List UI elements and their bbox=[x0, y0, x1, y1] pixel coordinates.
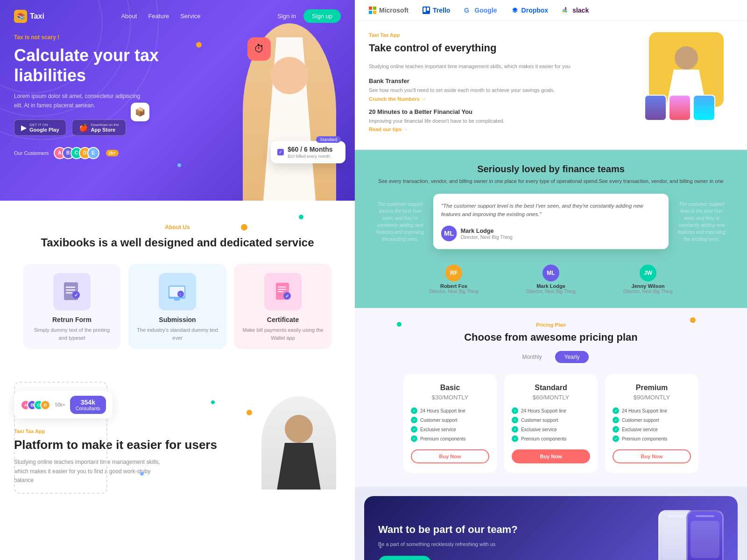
check-icon: ✓ bbox=[512, 407, 518, 414]
google-label: Google bbox=[474, 7, 497, 14]
check-icon: ✓ bbox=[613, 407, 619, 414]
box-icon: 📦 bbox=[131, 103, 149, 121]
svg-rect-2 bbox=[66, 289, 75, 291]
control-item-bank-desc: See how much you'll need to set aside ea… bbox=[369, 86, 640, 94]
check-icon: ✓ bbox=[411, 417, 417, 423]
decor-dot bbox=[299, 215, 303, 219]
feature-card-retrun: ✓ Retrun Form Simply dummy text of the p… bbox=[23, 264, 121, 349]
author-mark: ML Mark Lodge Director, Next Big Thing bbox=[526, 265, 575, 294]
testimonials-grid: The customer support level is the best I… bbox=[369, 195, 733, 248]
feature-2: ✓ Exclusive service bbox=[512, 426, 590, 433]
check-icon: ✓ bbox=[411, 426, 417, 433]
author-role-robert: Director, Next Big Thing bbox=[429, 289, 478, 294]
decor-dot bbox=[140, 472, 144, 476]
feature-desc-0: Simply dummy text of the printing and ty… bbox=[30, 326, 113, 342]
feature-text: Customer support bbox=[622, 418, 659, 423]
signup-button[interactable]: Sign up bbox=[303, 9, 341, 23]
hero-content: Tax is not scary ! Calculate your tax li… bbox=[14, 34, 341, 159]
svg-rect-13 bbox=[278, 289, 286, 290]
customer-avatars: A B C D E bbox=[54, 147, 99, 159]
price-main: $60 / 6 Months bbox=[288, 146, 332, 153]
control-tag: Taxi Tax App bbox=[369, 32, 640, 38]
nav-about[interactable]: About bbox=[121, 13, 137, 20]
check-icon: ✓ bbox=[512, 435, 518, 442]
dropbox-label: Dropbox bbox=[521, 7, 549, 14]
svg-rect-30 bbox=[566, 9, 568, 11]
svg-rect-29 bbox=[563, 9, 566, 11]
logo: 📚 Taxi bbox=[14, 10, 44, 23]
svg-rect-23 bbox=[427, 7, 429, 11]
author-avatar-jenny: JW bbox=[640, 265, 656, 281]
svg-rect-14 bbox=[278, 291, 283, 292]
pricing-card-standard: Standard $60/MONTLY ✓ 24 Hours Support l… bbox=[504, 374, 598, 473]
ghost-quote-right: The customer support level is the best I… bbox=[670, 196, 733, 247]
check-icon: ✓ bbox=[411, 435, 417, 442]
feature-card-certificate: ✓ Certificate Make bill payments easily … bbox=[234, 264, 332, 349]
author-name-mark: Mark Lodge bbox=[526, 283, 575, 289]
features-grid: ✓ Retrun Form Simply dummy text of the p… bbox=[14, 264, 341, 349]
author-role-mark: Director, Next Big Thing bbox=[526, 289, 575, 294]
feature-name-1: Submission bbox=[136, 316, 219, 323]
feature-text: Customer support bbox=[521, 418, 558, 423]
plan-price-standard: $60/MONTLY bbox=[512, 394, 590, 401]
control-item-financial: 20 Minutes to a Better Financial You Imp… bbox=[369, 108, 640, 133]
consultant-number: 354k bbox=[76, 399, 100, 406]
navigation: 📚 Taxi About Feature Service Sign in Sig… bbox=[14, 9, 341, 23]
feature-text: Premium components bbox=[420, 436, 465, 441]
brand-slack: slack bbox=[562, 7, 589, 14]
svg-text:✓: ✓ bbox=[285, 294, 289, 299]
check-icon: ✓ bbox=[613, 417, 619, 423]
buy-btn-standard[interactable]: Buy Now bbox=[512, 449, 590, 463]
control-link-1[interactable]: Crunch the Numbers → bbox=[369, 96, 640, 102]
author-avatar-mark: ML bbox=[543, 265, 559, 281]
author-name-1: Mark Lodge bbox=[461, 227, 513, 234]
feature-text: Premium components bbox=[622, 436, 667, 441]
testimonial-card-main: "The customer support level is the best … bbox=[433, 194, 668, 249]
author-robert: RF Robert Fox Director, Next Big Thing bbox=[429, 265, 478, 294]
buy-btn-basic[interactable]: Buy Now bbox=[411, 449, 489, 463]
feature-text: Customer support bbox=[420, 418, 457, 423]
nav-links: About Feature Service bbox=[121, 13, 200, 20]
feature-1: ✓ Customer support bbox=[613, 417, 691, 423]
bottom-section: A B C D 50k+ 354k Consultants Taxi Tax A… bbox=[0, 382, 355, 499]
nav-feature[interactable]: Feature bbox=[148, 13, 169, 20]
buy-btn-premium[interactable]: Buy Now bbox=[613, 449, 691, 463]
svg-rect-32 bbox=[562, 11, 565, 12]
trello-label: Trello bbox=[433, 7, 450, 14]
decor-dot bbox=[177, 163, 181, 167]
app-store-button[interactable]: 🍎 Download on the App Store bbox=[72, 119, 126, 136]
svg-rect-12 bbox=[278, 287, 286, 287]
nav-service[interactable]: Service bbox=[180, 13, 200, 20]
control-item-bank-title: Bank Transfer bbox=[369, 77, 640, 84]
control-content: Taxi Tax App Take control of everything … bbox=[369, 32, 640, 139]
cta-title: Want to be part of our team? bbox=[378, 523, 649, 537]
hero-title: Calculate your tax liabilities bbox=[14, 45, 163, 85]
pricing-section: Pricing Plan Choose from awesome pricing… bbox=[355, 308, 747, 487]
svg-rect-18 bbox=[373, 7, 376, 10]
logo-icon: 📚 bbox=[14, 10, 27, 23]
author-role-jenny: Director, Next Big Thing bbox=[623, 289, 672, 294]
microsoft-label: Microsoft bbox=[379, 7, 409, 14]
check-icon: ✓ bbox=[613, 426, 619, 433]
check-icon: ✓ bbox=[411, 407, 417, 414]
google-play-button[interactable]: ▶ GET IT ON Google Play bbox=[14, 119, 66, 136]
feature-3: ✓ Premium components bbox=[411, 435, 489, 442]
plan-name-standard: Standard bbox=[512, 384, 590, 392]
phone-notch bbox=[668, 515, 686, 517]
signin-link[interactable]: Sign in bbox=[277, 13, 296, 20]
cta-section: Want to be part of our team? Be a part o… bbox=[364, 496, 738, 560]
plan-price-basic: $30/MONTLY bbox=[411, 394, 489, 401]
control-thumbs bbox=[644, 95, 715, 121]
feature-icon-submission: ↑ bbox=[159, 273, 196, 310]
cta-button[interactable]: Try for Free bbox=[378, 556, 431, 560]
thumb-2 bbox=[669, 95, 691, 121]
check-icon: ✓ bbox=[613, 435, 619, 442]
control-link-2[interactable]: Read our tips → bbox=[369, 126, 640, 132]
feature-0: ✓ 24 Hours Support line bbox=[411, 407, 489, 414]
svg-text:✓: ✓ bbox=[74, 293, 78, 298]
timer-icon: ⏱ bbox=[247, 37, 271, 61]
toggle-yearly[interactable]: Yearly bbox=[555, 351, 589, 363]
author-name-robert: Robert Fox bbox=[429, 283, 478, 289]
pricing-toggle: Monthly Yearly bbox=[369, 351, 733, 363]
toggle-monthly[interactable]: Monthly bbox=[513, 351, 551, 363]
